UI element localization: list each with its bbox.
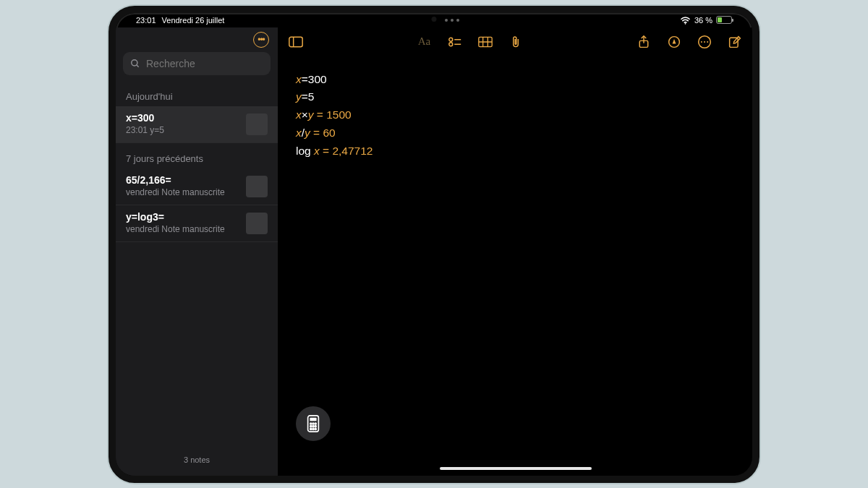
editor-toolbar: Aa [278, 27, 752, 56]
note-title: x=300 [126, 112, 240, 124]
status-right: 36 % [680, 16, 732, 25]
note-list-item[interactable]: 65/2,166= vendredi Note manuscrite [116, 168, 278, 205]
svg-rect-6 [289, 37, 302, 46]
svg-point-31 [310, 428, 312, 429]
ipad-device: 23:01 Vendredi 26 juillet 36 % [109, 6, 760, 483]
note-title: y=log3= [126, 211, 240, 223]
status-bar: 23:01 Vendredi 26 juillet 36 % [116, 13, 752, 27]
toolbar-more-icon[interactable] [697, 35, 712, 49]
table-icon[interactable] [478, 35, 493, 49]
note-list-item[interactable]: y=log3= vendredi Note manuscrite [116, 205, 278, 242]
math-line: y=5 [296, 88, 735, 106]
compose-icon[interactable] [728, 35, 742, 49]
markup-icon[interactable] [667, 35, 681, 49]
search-field[interactable] [123, 52, 271, 75]
notes-sidebar: ••• [116, 27, 278, 476]
note-subtitle: vendredi Note manuscrite [126, 224, 240, 234]
svg-point-1 [132, 59, 137, 65]
share-icon[interactable] [637, 35, 651, 49]
svg-point-8 [448, 38, 452, 41]
section-header: Aujourd'hui [116, 81, 278, 106]
ellipsis-icon: ••• [258, 35, 265, 45]
math-line: log x = 2,47712 [296, 142, 735, 160]
attachment-icon[interactable] [509, 35, 523, 49]
note-thumbnail [246, 114, 268, 135]
battery-fill [718, 17, 722, 22]
text-format-icon[interactable]: Aa [417, 35, 432, 49]
svg-point-27 [315, 422, 316, 424]
math-line: x×y = 1500 [296, 106, 735, 124]
battery-percent: 36 % [694, 16, 712, 25]
svg-point-28 [310, 425, 312, 427]
panel-toggle-icon[interactable] [289, 35, 303, 49]
battery-icon [716, 16, 732, 24]
svg-point-25 [310, 422, 312, 424]
note-editor: Aa [278, 27, 752, 476]
status-time: 23:01 [136, 16, 156, 25]
svg-point-19 [701, 41, 702, 43]
math-line: x/y = 60 [296, 124, 735, 142]
status-date: Vendredi 26 juillet [162, 16, 225, 25]
svg-point-29 [312, 425, 314, 427]
note-thumbnail [246, 176, 268, 197]
section-header: 7 jours précédents [116, 143, 278, 168]
svg-point-20 [704, 41, 705, 43]
svg-point-30 [315, 425, 316, 427]
svg-point-0 [685, 23, 686, 25]
multitask-dots[interactable] [224, 19, 680, 22]
svg-point-33 [315, 428, 316, 429]
calculator-icon [306, 415, 320, 432]
note-list-item[interactable]: x=300 23:01 y=5 [116, 106, 278, 143]
search-icon [130, 59, 140, 69]
note-content[interactable]: x=300 y=5 x×y = 1500 x/y = 60 log x = 2,… [278, 56, 752, 175]
svg-rect-24 [310, 417, 316, 421]
sidebar-footer-count: 3 notes [116, 448, 278, 476]
note-subtitle: vendredi Note manuscrite [126, 187, 240, 197]
sidebar-more-button[interactable]: ••• [253, 32, 269, 48]
search-input[interactable] [146, 58, 273, 69]
wifi-icon [680, 17, 691, 25]
svg-line-2 [137, 64, 139, 67]
svg-point-32 [312, 428, 314, 429]
note-title: 65/2,166= [126, 174, 240, 186]
screen: 23:01 Vendredi 26 juillet 36 % [116, 13, 752, 476]
math-line: x=300 [296, 71, 735, 89]
home-indicator[interactable] [440, 467, 592, 470]
svg-point-26 [312, 422, 314, 424]
calculator-fab[interactable] [296, 406, 331, 441]
note-thumbnail [246, 213, 268, 234]
svg-point-21 [707, 41, 708, 43]
checklist-icon[interactable] [448, 35, 462, 49]
svg-point-10 [448, 42, 452, 46]
note-subtitle: 23:01 y=5 [126, 125, 240, 135]
status-left: 23:01 Vendredi 26 juillet [136, 16, 224, 25]
